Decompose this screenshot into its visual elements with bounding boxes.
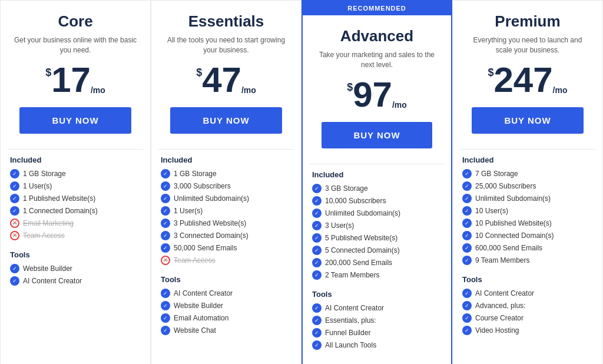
plan-name: Core — [12, 12, 138, 31]
tools-label: Tools — [312, 290, 442, 299]
included-label: Included — [10, 155, 141, 164]
feature-text: Unlimited Subdomain(s) — [174, 194, 249, 203]
feature-text: 3 Connected Domain(s) — [174, 231, 249, 240]
feature-text: 1 User(s) — [174, 207, 203, 215]
price-per: /mo — [241, 86, 256, 94]
included-section: Included ✓ 7 GB Storage ✓ 25,000 Subscri… — [453, 155, 602, 268]
check-icon: ✓ — [462, 169, 472, 178]
check-icon: ✓ — [462, 219, 472, 228]
plan-description: Take your marketing and sales to the nex… — [314, 50, 439, 70]
feature-text: 3 User(s) — [325, 221, 354, 230]
included-label: Included — [312, 170, 442, 179]
check-icon: ✓ — [161, 301, 170, 310]
feature-text: 5 Connected Domain(s) — [325, 246, 400, 254]
check-icon: ✓ — [312, 184, 322, 193]
feature-text: Unlimited Subdomain(s) — [475, 194, 551, 203]
check-icon: ✓ — [462, 301, 472, 310]
tool-text: AI Content Creator — [325, 304, 384, 312]
plan-card-essentials: Essentials All the tools you need to sta… — [151, 0, 302, 364]
check-icon: ✓ — [312, 328, 322, 337]
check-icon: ✓ — [10, 206, 19, 216]
plan-price: $ 47 /mo — [163, 62, 289, 98]
check-icon: ✓ — [161, 219, 170, 228]
check-icon: ✓ — [462, 181, 472, 191]
feature-item: ✓ 7 GB Storage — [462, 169, 593, 178]
cross-icon: ✕ — [161, 256, 170, 265]
feature-text: 3 GB Storage — [325, 184, 368, 193]
check-icon: ✓ — [312, 246, 322, 255]
price-dollar: $ — [488, 67, 493, 78]
plan-price: $ 97 /mo — [314, 77, 439, 112]
tool-item: ✓ AI Content Creator — [312, 303, 442, 313]
tools-section: Tools ✓ AI Content Creator ✓ Website Bui… — [151, 275, 301, 338]
feature-item: ✓ 5 Connected Domain(s) — [312, 246, 442, 255]
feature-item: ✓ 1 User(s) — [161, 206, 291, 216]
price-number: 97 — [353, 77, 392, 112]
feature-text: 1 User(s) — [23, 182, 52, 190]
feature-item: ✓ 10 User(s) — [462, 206, 593, 216]
tool-item: ✓ Email Automation — [161, 313, 291, 323]
feature-item: ✓ 3 User(s) — [312, 221, 442, 230]
feature-item: ✓ Unlimited Subdomain(s) — [312, 209, 442, 218]
divider — [460, 149, 595, 150]
plan-header: Advanced Take your marketing and sales t… — [303, 15, 451, 154]
tool-item: ✓ AI Content Creator — [10, 276, 141, 286]
check-icon: ✓ — [10, 169, 19, 178]
feature-text: 3,000 Subscribers — [174, 182, 231, 190]
feature-item: ✓ 2 Team Members — [312, 270, 442, 280]
feature-text: 2 Team Members — [325, 271, 379, 279]
price-number: 47 — [202, 62, 241, 98]
tool-text: Website Builder — [174, 302, 223, 310]
feature-text: 1 GB Storage — [23, 170, 66, 178]
plan-header: Essentials All the tools you need to sta… — [151, 1, 301, 140]
buy-now-button[interactable]: BUY NOW — [19, 107, 131, 134]
check-icon: ✓ — [312, 221, 322, 230]
feature-text: Team Access — [23, 231, 65, 240]
feature-item: ✓ 3 Published Website(s) — [161, 219, 291, 228]
feature-text: Team Access — [174, 256, 216, 264]
feature-item: ✓ 10 Published Website(s) — [462, 219, 593, 228]
check-icon: ✓ — [312, 316, 322, 325]
divider — [8, 149, 143, 150]
feature-item: ✓ 1 User(s) — [10, 181, 141, 191]
tool-text: AI Content Creator — [475, 289, 534, 297]
included-label: Included — [462, 155, 593, 164]
feature-text: 1 Published Website(s) — [23, 194, 95, 203]
plan-header: Premium Everything you need to launch an… — [453, 1, 602, 140]
check-icon: ✓ — [161, 243, 170, 253]
feature-item: ✓ 3,000 Subscribers — [161, 181, 291, 191]
feature-item: ✓ 25,000 Subscribers — [462, 181, 593, 191]
tool-text: Essentials, plus: — [325, 316, 376, 325]
divider — [158, 149, 294, 150]
check-icon: ✓ — [462, 231, 472, 240]
buy-now-button[interactable]: BUY NOW — [472, 107, 584, 134]
plan-description: All the tools you need to start growing … — [163, 35, 289, 55]
feature-text: 5 Published Website(s) — [325, 234, 397, 242]
tools-label: Tools — [462, 275, 593, 284]
buy-now-button[interactable]: BUY NOW — [322, 122, 432, 148]
included-label: Included — [161, 155, 291, 164]
price-per: /mo — [392, 101, 407, 109]
plan-card-advanced: RECOMMENDED Advanced Take your marketing… — [302, 0, 452, 364]
included-section: Included ✓ 1 GB Storage ✓ 3,000 Subscrib… — [151, 155, 301, 268]
feature-item-crossed: ✕ Team Access — [161, 256, 291, 265]
plan-price: $ 17 /mo — [12, 62, 138, 98]
recommended-badge: RECOMMENDED — [303, 1, 451, 15]
feature-item: ✓ 10,000 Subscribers — [312, 196, 442, 206]
tool-item: ✓ Website Chat — [161, 326, 291, 335]
included-section: Included ✓ 3 GB Storage ✓ 10,000 Subscri… — [303, 170, 451, 283]
feature-text: 1 Connected Domain(s) — [23, 207, 98, 215]
check-icon: ✓ — [161, 326, 170, 335]
feature-text: 10 User(s) — [475, 207, 508, 215]
plan-card-premium: Premium Everything you need to launch an… — [452, 0, 603, 364]
tool-item: ✓ Course Creator — [462, 313, 593, 323]
check-icon: ✓ — [462, 206, 472, 216]
feature-item-crossed: ✕ Email Marketing — [10, 219, 141, 228]
tools-section: Tools ✓ AI Content Creator ✓ Advanced, p… — [453, 275, 602, 338]
check-icon: ✓ — [462, 313, 472, 323]
tool-item: ✓ Funnel Builder — [312, 328, 442, 337]
plan-name: Essentials — [163, 12, 289, 31]
feature-text: 3 Published Website(s) — [174, 219, 246, 227]
check-icon: ✓ — [161, 181, 170, 191]
buy-now-button[interactable]: BUY NOW — [170, 107, 282, 134]
